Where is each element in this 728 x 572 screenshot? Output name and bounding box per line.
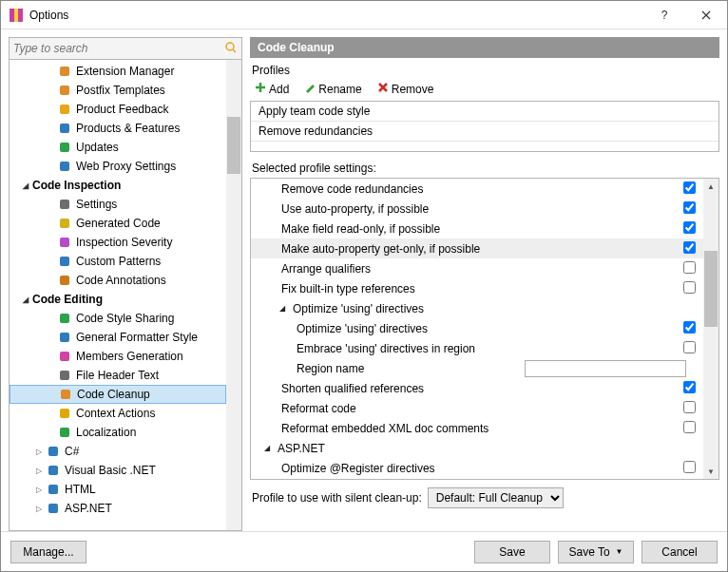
chevron-right-icon[interactable]: ▷ (34, 448, 44, 456)
tree-item[interactable]: Inspection Severity (10, 233, 226, 252)
settings-group[interactable]: ◢ASP.NET (251, 438, 703, 458)
tree-item-label: File Header Text (76, 369, 159, 382)
cancel-button[interactable]: Cancel (642, 541, 718, 563)
tree-item[interactable]: Products & Features (10, 119, 226, 138)
settings-row[interactable]: Reformat code (251, 398, 703, 418)
tree-item[interactable]: Generated Code (10, 214, 226, 233)
profile-list[interactable]: Apply team code styleRemove redundancies (250, 101, 719, 152)
plus-icon (255, 82, 266, 96)
tree-header[interactable]: ◢Code Inspection (10, 176, 226, 195)
settings-checkbox[interactable] (683, 421, 696, 433)
settings-row[interactable]: Shorten qualified references (251, 378, 703, 398)
settings-checkbox[interactable] (683, 201, 696, 214)
silent-cleanup-select[interactable]: Default: Full Cleanup (428, 487, 564, 508)
settings-row[interactable]: Reformat embedded XML doc comments (251, 418, 703, 438)
scroll-down-icon[interactable]: ▼ (703, 464, 718, 479)
tree-header-label: Code Inspection (32, 179, 121, 192)
tree-item[interactable]: Updates (10, 138, 226, 157)
save-to-button[interactable]: Save To ▼ (558, 541, 634, 563)
options-tree[interactable]: Extension ManagerPostfix TemplatesProduc… (10, 60, 226, 520)
chevron-down-icon: ◢ (21, 296, 30, 304)
scroll-up-icon[interactable]: ▲ (703, 179, 718, 194)
tree-item-label: Custom Patterns (76, 255, 161, 268)
tree-item[interactable]: Product Feedback (10, 100, 226, 119)
chevron-down-icon: ◢ (264, 444, 276, 452)
tree-scrollbar[interactable] (226, 60, 241, 530)
chevron-right-icon[interactable]: ▷ (34, 467, 44, 475)
search-input[interactable] (13, 42, 224, 55)
tree-item[interactable]: Code Style Sharing (10, 309, 226, 328)
tree-item[interactable]: Localization (10, 423, 226, 442)
settings-checkbox[interactable] (683, 461, 696, 473)
help-button[interactable]: ? (643, 1, 685, 29)
tree-item[interactable]: ▷Visual Basic .NET (10, 461, 226, 480)
tree-item[interactable]: File Header Text (10, 366, 226, 385)
mem-icon (57, 349, 72, 364)
settings-checkbox[interactable] (683, 281, 696, 294)
tree-header[interactable]: ◢Code Editing (10, 290, 226, 309)
svg-rect-11 (60, 238, 69, 247)
tree-item[interactable]: Members Generation (10, 347, 226, 366)
settings-checkbox[interactable] (683, 221, 696, 234)
chevron-right-icon[interactable]: ▷ (34, 505, 44, 513)
settings-row[interactable]: Region name (251, 358, 703, 378)
settings-checkbox[interactable] (683, 181, 696, 194)
svg-rect-16 (60, 352, 69, 361)
remove-profile-button[interactable]: Remove (374, 81, 437, 97)
tree-item[interactable]: ▷HTML (10, 480, 226, 499)
settings-row[interactable]: Embrace 'using' directives in region (251, 338, 703, 358)
ann-icon (57, 273, 72, 288)
chevron-right-icon[interactable]: ▷ (34, 486, 44, 494)
tree-item-label: Code Annotations (76, 274, 166, 287)
tree-item[interactable]: Code Annotations (10, 271, 226, 290)
settings-checkbox[interactable] (683, 341, 696, 353)
profile-option[interactable]: Remove redundancies (251, 122, 718, 142)
rename-profile-button[interactable]: Rename (301, 81, 364, 97)
add-profile-button[interactable]: Add (252, 81, 292, 97)
settings-group[interactable]: ◢Optimize 'using' directives (251, 298, 703, 318)
file-icon (57, 368, 72, 383)
close-button[interactable] (685, 1, 727, 29)
settings-row[interactable]: Make field read-only, if possible (251, 219, 703, 238)
tree-item[interactable]: Extension Manager (10, 62, 226, 81)
tree-item[interactable]: ▷ASP.NET (10, 499, 226, 518)
settings-scrollbar[interactable]: ▲ ▼ (703, 179, 718, 479)
settings-row[interactable]: Use auto-property, if possible (251, 199, 703, 219)
settings-checkbox[interactable] (683, 261, 696, 274)
manage-button[interactable]: Manage... (10, 541, 86, 563)
settings-checkbox[interactable] (683, 401, 696, 413)
tree-item[interactable]: Custom Patterns (10, 252, 226, 271)
bulb-icon (57, 406, 72, 421)
tree-item-label: Localization (76, 426, 136, 439)
tree-item[interactable]: Context Actions (10, 404, 226, 423)
settings-row[interactable]: Remove code redundancies (251, 179, 703, 199)
tree-item[interactable]: Settings (10, 195, 226, 214)
settings-row-label: Optimize @Register directives (279, 462, 675, 475)
tree-item-label: Extension Manager (76, 65, 174, 78)
tree-item[interactable]: Postfix Templates (10, 81, 226, 100)
tree-item[interactable]: Code Cleanup (10, 385, 226, 404)
region-name-input[interactable] (525, 360, 686, 377)
tree-item[interactable]: ▷C# (10, 442, 226, 461)
settings-row-label: Region name (295, 362, 525, 375)
settings-row[interactable]: Make auto-property get-only, if possible (251, 238, 703, 258)
tree-item[interactable]: General Formatter Style (10, 328, 226, 347)
settings-row[interactable]: Arrange qualifiers (251, 258, 703, 278)
search-box[interactable] (9, 37, 242, 60)
tree-item-label: Inspection Severity (76, 236, 172, 249)
save-button[interactable]: Save (474, 541, 550, 563)
svg-rect-10 (60, 219, 69, 228)
app-logo-icon (9, 8, 24, 23)
asp-icon (46, 501, 61, 516)
settings-row[interactable]: Optimize @Register directives (251, 458, 703, 478)
settings-checkbox[interactable] (683, 381, 696, 393)
settings-checkbox[interactable] (683, 321, 696, 334)
tree-item[interactable]: Web Proxy Settings (10, 157, 226, 176)
settings-row[interactable]: Optimize 'using' directives (251, 318, 703, 338)
svg-rect-23 (48, 485, 58, 494)
footer: Manage... Save Save To ▼ Cancel (1, 531, 727, 571)
settings-checkbox[interactable] (683, 241, 696, 254)
profile-option[interactable]: Apply team code style (251, 102, 718, 122)
profiles-toolbar: Add Rename Remove (250, 79, 719, 101)
settings-row[interactable]: Fix built-in type references (251, 278, 703, 298)
